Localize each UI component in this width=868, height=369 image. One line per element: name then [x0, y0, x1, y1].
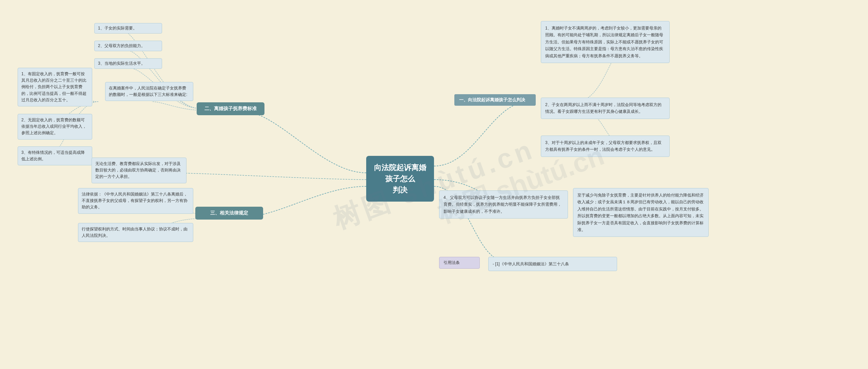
bullet-1-child-needs: 1、子女的实际需要。 [94, 23, 162, 34]
connection-lines [0, 0, 868, 369]
bullet-3-living-standard: 3、当地的实际生活水平。 [94, 58, 162, 69]
alimony-desc-box: 在离婚案件中，人民法院在确定子女抚养费的数额时，一般是根据以下三大标准来确定: [105, 82, 193, 101]
legal-provision-2: 行使探望权利的方式、时间由当事人协议；协议不成时，由人民法院判决。 [78, 223, 193, 242]
l1-legal-provisions: 三、相关法律规定 [195, 207, 263, 220]
rule-no-fixed-income: 2、无固定收入的，抚育费的数额可依据当年总收入或同行业平均收入，参照上述比例确定… [18, 114, 92, 140]
rule-special-case: 3、有特殊情况的，可适当提高或降低上述比例。 [18, 146, 92, 165]
r1-custody-judgment: 一、向法院起诉离婚孩子怎么判决 [454, 94, 536, 106]
custody-item-3: 3、对于十周岁以上的未成年子女，父母双方都要求抚养权，且双方都具有抚养子女的条件… [541, 136, 670, 157]
middle-note: 无论生活费、教育费都应从实际出发，对于涉及数目较大的，必须由双方协商确定，否则将… [92, 158, 186, 183]
mindmap-container: 向法院起诉离婚孩子怎么 判决 二、离婚孩子抚养费标准 1、子女的实际需要。 2、… [0, 0, 868, 369]
legal-provision-1: 法律依据：《中华人民共和国婚姻法》第三十八条离婚后，不直接抚养子女的父或母，有探… [78, 188, 193, 214]
custody-item-4-detail: 至于减少与免除子女抚育费，主要是针对供养人的给付能力降低和经济收入减少；或子女虽… [573, 188, 709, 237]
l1-alimony-standard: 二、离婚孩子抚养费标准 [197, 102, 264, 115]
custody-item-1: 1、离婚时子女不满两周岁的，考虑到子女较小，更加需要母亲的照顾。有的可能尚处于哺… [541, 21, 670, 63]
custody-item-2: 2、子女在两周岁以上而不满十周岁时，法院会同等地考虑双方的情况。看子女跟哪方生活… [541, 98, 670, 119]
bullet-2-parent-ability: 2、父母双方的负担能力。 [94, 41, 162, 51]
custody-item-4: 4、父母双方可以协议子女随一方生活并由抚养方负担子女全部抚育费。但经查实，抚养方… [439, 190, 568, 219]
rule-fixed-income: 1、有固定收入的，抚育费一般可按其月总收入的百分之二十至三十的比例给付，负担两个… [18, 68, 92, 106]
legal-citation-header: 引用法条 [439, 257, 480, 269]
watermark-1: 树图 shùtú.cn [0, 0, 868, 369]
legal-citation-text: - [1]《中华人民共和国婚姻法》第三十八条 [488, 257, 617, 271]
central-node: 向法院起诉离婚孩子怎么 判决 [366, 156, 434, 202]
